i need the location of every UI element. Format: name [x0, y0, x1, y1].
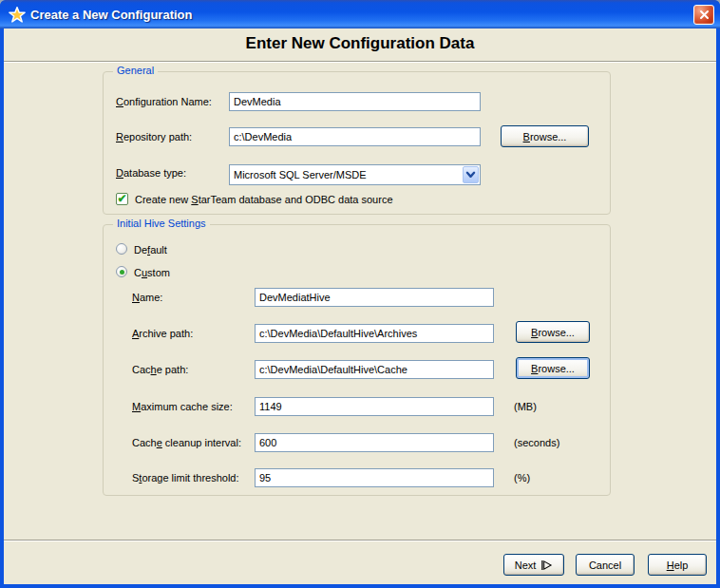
archive-path-label: Archive path: [132, 324, 193, 343]
repository-browse-label: Browse... [523, 131, 567, 142]
cache-path-input[interactable] [255, 360, 494, 379]
cancel-button[interactable]: Cancel [576, 554, 635, 576]
custom-radio-label[interactable]: Custom [134, 263, 170, 282]
cache-browse-button[interactable]: Browse... [516, 357, 590, 379]
max-cache-size-label: Maximum cache size: [132, 397, 233, 416]
cache-path-label: Cache path: [132, 360, 188, 379]
page-title: Enter New Configuration Data [4, 34, 716, 53]
archive-browse-button[interactable]: Browse... [516, 321, 590, 343]
configuration-name-input[interactable] [229, 92, 481, 111]
next-flag-icon [540, 560, 553, 571]
create-database-label[interactable]: Create new StarTeam database and ODBC da… [135, 190, 393, 209]
heading-separator [4, 61, 716, 63]
cancel-button-label: Cancel [589, 560, 621, 571]
database-type-value: Microsoft SQL Server/MSDE [234, 169, 367, 180]
database-type-select[interactable]: Microsoft SQL Server/MSDE [229, 164, 481, 185]
repository-path-label: Repository path: [116, 127, 192, 146]
default-radio-label[interactable]: Default [134, 240, 167, 259]
archive-browse-label: Browse... [531, 327, 575, 338]
dialog-window: Create a New Configuration Enter New Con… [0, 0, 720, 588]
storage-limit-threshold-unit: (%) [514, 468, 530, 487]
create-database-checkbox[interactable]: ✔ [116, 193, 128, 205]
star-icon [9, 7, 26, 23]
hive-group-caption: Initial Hive Settings [113, 218, 210, 229]
custom-radio[interactable] [116, 266, 127, 277]
hive-name-input[interactable] [255, 288, 494, 307]
hive-name-label: Name: [132, 288, 162, 307]
help-button-label: Help [667, 560, 689, 571]
check-icon: ✔ [117, 193, 126, 204]
storage-limit-threshold-input[interactable] [255, 468, 494, 487]
configuration-name-label: Configuration Name: [116, 92, 212, 111]
repository-path-input[interactable] [229, 127, 481, 146]
initial-hive-settings-group: Initial Hive Settings Default Custom Nam… [103, 224, 611, 496]
storage-limit-threshold-label: Storage limit threshold: [132, 468, 239, 487]
default-radio[interactable] [116, 243, 127, 255]
next-button[interactable]: Next [503, 554, 564, 576]
cache-cleanup-interval-label: Cache cleanup interval: [132, 433, 241, 452]
help-button[interactable]: Help [648, 554, 707, 576]
repository-browse-button[interactable]: Browse... [501, 125, 589, 147]
close-icon [699, 9, 710, 20]
radio-dot-icon [120, 270, 124, 275]
title-bar[interactable]: Create a New Configuration [0, 0, 720, 28]
max-cache-size-input[interactable] [255, 397, 494, 416]
footer-separator [4, 540, 716, 541]
general-group-caption: General [113, 65, 158, 76]
dialog-body: Enter New Configuration Data General Con… [4, 28, 716, 584]
next-button-label: Next [515, 560, 537, 571]
archive-path-input[interactable] [255, 324, 494, 343]
database-type-label: Database type: [116, 163, 186, 182]
cache-cleanup-interval-unit: (seconds) [514, 433, 559, 452]
close-button[interactable] [693, 5, 714, 25]
max-cache-size-unit: (MB) [514, 397, 537, 416]
general-group: General Configuration Name: Repository p… [103, 71, 611, 215]
window-title: Create a New Configuration [30, 8, 192, 22]
chevron-down-icon[interactable] [463, 166, 479, 183]
cache-cleanup-interval-input[interactable] [255, 433, 494, 452]
cache-browse-label: Browse... [531, 363, 575, 374]
